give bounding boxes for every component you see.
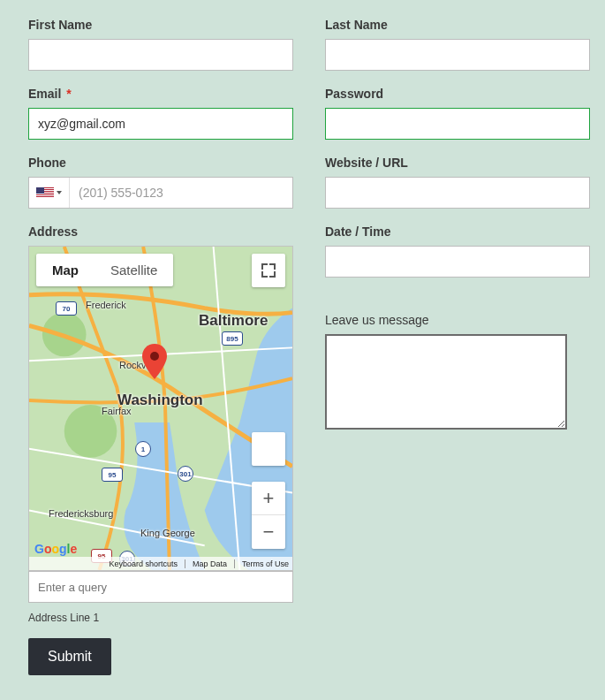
- google-logo: Google: [34, 542, 77, 556]
- first-name-label: First Name: [28, 18, 293, 32]
- map-tab-map[interactable]: Map: [36, 254, 95, 286]
- map-pegman-button[interactable]: [252, 432, 285, 466]
- map-fullscreen-button[interactable]: [252, 254, 285, 287]
- website-input[interactable]: [325, 177, 590, 209]
- map-keyboard-shortcuts-link[interactable]: Keyboard shortcuts: [109, 559, 185, 568]
- message-textarea[interactable]: [325, 334, 567, 430]
- password-input[interactable]: [325, 108, 590, 140]
- phone-country-select[interactable]: [29, 178, 70, 208]
- datetime-label: Date / Time: [325, 224, 590, 239]
- address-query-input[interactable]: [28, 571, 293, 603]
- map-widget[interactable]: Frederick Baltimore Rockville Washington…: [28, 246, 293, 571]
- submit-button[interactable]: Submit: [28, 638, 111, 675]
- required-star: *: [66, 87, 71, 101]
- map-data-link[interactable]: Map Data: [193, 559, 235, 568]
- address-label: Address: [28, 224, 293, 239]
- address-line1-label: Address Line 1: [28, 612, 293, 624]
- datetime-input[interactable]: [325, 246, 590, 278]
- map-tab-satellite[interactable]: Satellite: [95, 254, 173, 286]
- svg-point-2: [64, 405, 117, 458]
- last-name-label: Last Name: [325, 18, 590, 32]
- map-terms-link[interactable]: Terms of Use: [242, 559, 289, 568]
- message-label: Leave us message: [325, 313, 590, 327]
- email-label: Email *: [28, 87, 293, 101]
- first-name-input[interactable]: [28, 39, 293, 71]
- chevron-down-icon: [57, 191, 62, 194]
- email-input[interactable]: [28, 108, 293, 140]
- svg-point-3: [150, 352, 159, 361]
- map-zoom-in-button[interactable]: +: [252, 482, 285, 515]
- map-zoom-out-button[interactable]: −: [252, 515, 285, 549]
- phone-label: Phone: [28, 156, 293, 170]
- flag-us-icon: [36, 187, 54, 199]
- last-name-input[interactable]: [325, 39, 590, 71]
- fullscreen-icon: [261, 263, 276, 278]
- website-label: Website / URL: [325, 156, 590, 170]
- phone-input[interactable]: [70, 178, 292, 208]
- map-marker-icon[interactable]: [142, 344, 167, 379]
- password-label: Password: [325, 87, 590, 101]
